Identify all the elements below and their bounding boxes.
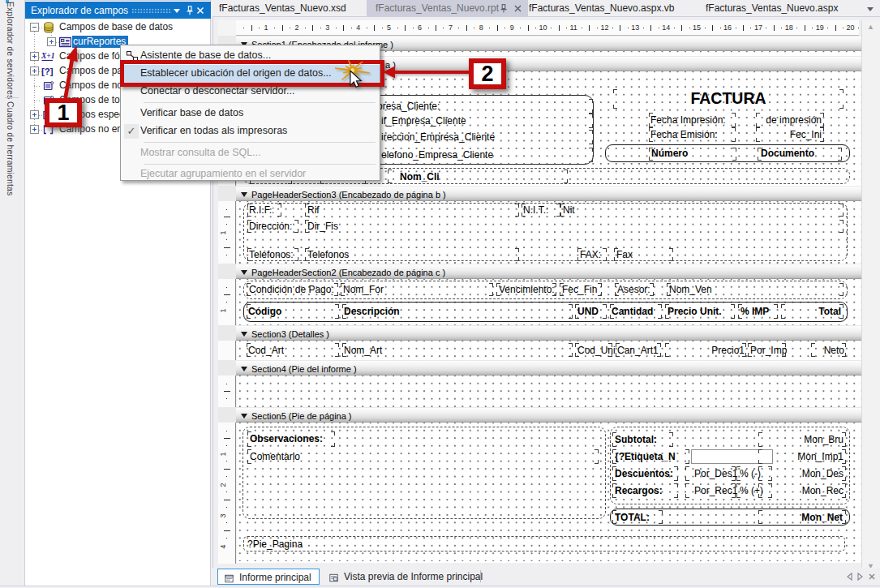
menu-item-verificar-impresoras[interactable]: ✓ Verificar en todas als impresoras xyxy=(122,122,380,140)
field-nom-ven[interactable]: Nom_Ven xyxy=(667,283,844,296)
field-precio[interactable]: Precio1 xyxy=(665,343,746,357)
field-factura-title[interactable]: FACTURA xyxy=(613,89,844,109)
field-direccion-label[interactable]: Dirección: xyxy=(247,220,298,233)
field-text: Fecha Emisión: xyxy=(650,129,718,140)
section-header-pageheadersection2[interactable]: PageHeaderSection2 (Encabezado de página… xyxy=(236,264,861,279)
field-fecha-emision-label[interactable]: Fecha Emisión: xyxy=(649,127,736,142)
field-explorer-header[interactable]: Explorador de campos xyxy=(25,2,211,19)
tree-expander-minus-icon[interactable] xyxy=(30,23,39,32)
field-observaciones-label[interactable]: Observaciones: xyxy=(247,431,335,447)
tab-list-dropdown-icon[interactable] xyxy=(867,7,874,11)
callout-arrow-1 xyxy=(55,42,84,102)
tree-expander-plus-icon[interactable] xyxy=(30,67,39,75)
field-text: Fax xyxy=(616,249,633,260)
close-view-icon[interactable] xyxy=(868,573,876,581)
field-por-rec[interactable]: Por_Rec1 xyxy=(685,483,736,498)
field-fax-label[interactable]: FAX: xyxy=(577,248,607,261)
section-header-section5[interactable]: Section5 (Pie de página ) xyxy=(236,407,861,423)
scroll-up-icon[interactable]: ▲ xyxy=(867,23,874,31)
ruler-tick xyxy=(628,28,629,28)
field-fax[interactable]: Fax xyxy=(614,248,673,261)
column-codigo[interactable]: Código xyxy=(247,304,339,319)
field-mon-des[interactable]: Mon_Des xyxy=(758,466,846,481)
sidebar-tab-toolbox[interactable]: Cuadro de herramientas xyxy=(6,101,15,195)
tab-aspx-vb[interactable]: fFacturas_Ventas_Nuevo.aspx.vb xyxy=(526,0,680,17)
field-telefonos-label[interactable]: Teléfonos: xyxy=(247,248,298,261)
field-nit-label[interactable]: N.I.T.: xyxy=(522,204,560,217)
field-descuentos-label[interactable]: Descuentos: xyxy=(612,466,678,481)
column-imp[interactable]: % IMP xyxy=(738,304,778,319)
field-numero[interactable]: Número xyxy=(649,148,736,161)
field-condicion-label[interactable]: Condición de Pago: xyxy=(247,283,338,296)
field-mon-rec[interactable]: Mon_Rec xyxy=(758,483,846,498)
tree-item[interactable]: Campos de base de datos xyxy=(24,20,212,35)
column-total[interactable]: Total xyxy=(781,304,844,319)
window-position-icon[interactable] xyxy=(174,9,180,13)
section-header-pageheadersection3[interactable]: PageHeaderSection3 (Encabezado de página… xyxy=(236,186,861,201)
tree-scroll-icon xyxy=(42,80,54,92)
field-cod-art[interactable]: Cod_Art xyxy=(247,343,339,357)
ruler-tick xyxy=(796,28,797,28)
field-nom-cli[interactable]: Nom_Cli xyxy=(388,170,568,183)
tree-expander-plus-icon[interactable] xyxy=(30,110,39,119)
field-cod-uni[interactable]: Cod_Uni xyxy=(575,343,612,357)
tree-expander-plus-icon[interactable] xyxy=(30,125,39,134)
field-dir-fis[interactable]: Dir_Fis xyxy=(305,220,844,233)
pin-icon[interactable] xyxy=(184,5,195,16)
close-icon[interactable] xyxy=(195,5,206,16)
menu-item-verificar-bd[interactable]: Verificar base de datos xyxy=(122,105,380,122)
tab-main-report[interactable]: Informe principal xyxy=(217,569,320,585)
field-documento[interactable]: Documento xyxy=(758,148,842,161)
column-und[interactable]: UND xyxy=(575,304,607,319)
field-fecha-impresion-label[interactable]: Fecha Impresión: xyxy=(649,113,736,127)
field-subtotal-label[interactable]: Subtotal: xyxy=(612,432,673,447)
pin-icon[interactable] xyxy=(498,3,509,14)
section-header-section4[interactable]: Section4 (Pie del informe ) xyxy=(236,360,861,376)
field-fec-fin[interactable]: Fec_Fin xyxy=(560,283,602,296)
field-recargos-label[interactable]: Recargos: xyxy=(612,483,678,498)
field-por-des[interactable]: Por_Des1 xyxy=(685,466,736,481)
field-neto[interactable]: Neto xyxy=(811,343,846,357)
tab-aspx[interactable]: fFacturas_Ventas_Nuevo.aspx xyxy=(698,0,844,17)
tab-main-report-preview[interactable]: Vista previa de Informe principal xyxy=(323,569,503,585)
field-etiqueta-label[interactable]: {?Etiqueta_N xyxy=(612,449,689,464)
field-mon-net[interactable]: Mon_Net xyxy=(758,510,846,524)
field-telefonos[interactable]: Telefonos xyxy=(305,248,519,261)
prev-view-icon[interactable] xyxy=(846,573,853,581)
field-por-imp[interactable]: Por_Imp xyxy=(748,343,786,357)
field-fecha-emision-value[interactable]: Fec_Ini xyxy=(756,127,824,142)
field-text: Nom_Ven xyxy=(669,284,712,295)
field-total-label[interactable]: TOTAL: xyxy=(612,510,663,524)
tab-xsd[interactable]: fFacturas_Ventas_Nuevo.xsd xyxy=(212,0,352,17)
tree-expander-plus-icon[interactable] xyxy=(30,52,39,61)
ruler-tick xyxy=(251,25,252,31)
column-descripcion[interactable]: Descripción xyxy=(342,304,573,319)
field-pie-pagina[interactable]: ?Pie_Pagina xyxy=(243,536,845,552)
ruler-tick xyxy=(689,28,690,28)
vertical-scrollbar[interactable]: ▲ ▼ xyxy=(861,20,880,574)
field-mon-bru[interactable]: Mon_Bru xyxy=(758,432,846,447)
field-mon-imp[interactable]: Mon_Imp1 xyxy=(758,449,846,464)
field-text: presa_Cliente: xyxy=(377,101,440,112)
field-asesor-label[interactable]: Asesor: xyxy=(615,283,654,296)
field-vencimiento-label[interactable]: Vencimiento: xyxy=(496,283,556,296)
sidebar-tab-server-explorer[interactable]: Explorador de servidores xyxy=(6,2,15,99)
field-text: Comentario xyxy=(250,451,300,462)
field-can-art[interactable]: Can_Art1 xyxy=(616,343,661,357)
field-rif-label[interactable]: R.I.F.: xyxy=(247,204,281,217)
column-precio-unit[interactable]: Precio Unit. xyxy=(665,304,735,319)
field-nom-art[interactable]: Nom_Art xyxy=(342,343,573,357)
tab-rpt-active[interactable]: fFacturas_Ventas_Nuevo.rpt xyxy=(367,0,528,17)
field-rif[interactable]: Rif xyxy=(305,204,519,217)
field-nit[interactable]: Nit xyxy=(560,204,844,217)
field-text: Cod_Art xyxy=(248,345,284,356)
close-tab-icon[interactable] xyxy=(513,3,523,14)
field-nom-for[interactable]: Nom_For xyxy=(341,283,493,296)
ruler-number: 9 xyxy=(510,24,514,32)
next-view-icon[interactable] xyxy=(856,573,864,581)
column-cantidad[interactable]: Cantidad xyxy=(610,304,662,319)
left-autohide-strip: Explorador de servidores Cuadro de herra… xyxy=(0,0,24,588)
field-comentario[interactable]: Comentario xyxy=(247,449,599,464)
section-header-section3[interactable]: Section3 (Detalles ) xyxy=(236,325,861,341)
field-fecha-impresion-value[interactable]: de impresión xyxy=(756,113,824,127)
